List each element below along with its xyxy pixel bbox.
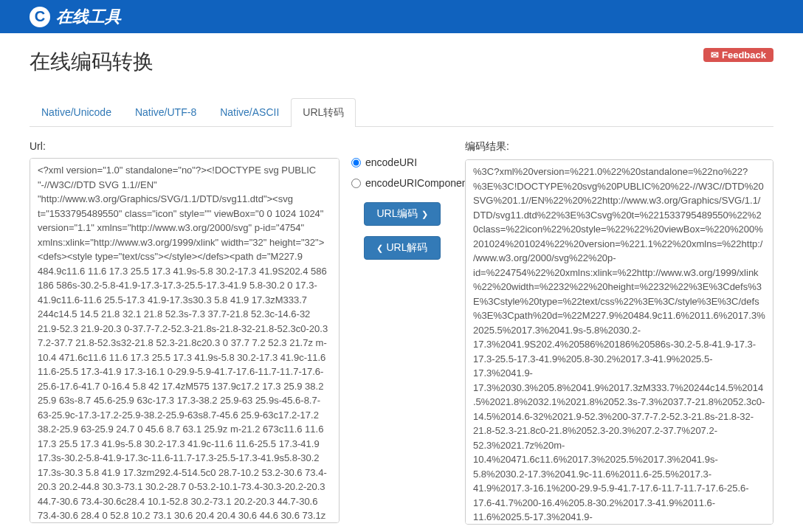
mail-icon: ✉	[711, 49, 719, 61]
tabs: Native/Unicode Native/UTF-8 Native/ASCII…	[30, 98, 773, 127]
tab-native-utf8[interactable]: Native/UTF-8	[123, 98, 208, 127]
encode-mode-group: encodeURI encodeURIComponent	[351, 156, 470, 189]
tab-native-unicode[interactable]: Native/Unicode	[30, 98, 123, 127]
radio-encodeuri-label: encodeURI	[365, 156, 417, 168]
logo-icon: C	[30, 7, 50, 27]
decode-button[interactable]: ❮ URL解码	[364, 236, 441, 260]
radio-encodeuricomponent[interactable]: encodeURIComponent	[351, 177, 470, 189]
feedback-button[interactable]: ✉ Feedback	[703, 48, 773, 62]
navbar-logo[interactable]: C 在线工具	[30, 6, 121, 28]
radio-encodeuricomponent-label: encodeURIComponent	[365, 177, 470, 189]
chevron-left-icon: ❮	[376, 243, 383, 253]
chevron-right-icon: ❯	[421, 210, 428, 219]
encode-button[interactable]: URL编码 ❯	[364, 202, 441, 226]
navbar: C 在线工具	[0, 0, 803, 33]
output-label: 编码结果:	[465, 140, 773, 153]
encode-button-label: URL编码	[376, 207, 418, 221]
feedback-label: Feedback	[722, 49, 766, 61]
input-label: Url:	[30, 140, 340, 152]
page-title: 在线编码转换	[30, 48, 773, 76]
tab-url-encode[interactable]: URL转码	[291, 98, 356, 127]
url-output[interactable]	[465, 159, 773, 525]
decode-button-label: URL解码	[386, 241, 427, 255]
radio-encodeuri[interactable]: encodeURI	[351, 156, 470, 168]
navbar-brand: 在线工具	[56, 6, 121, 28]
radio-encodeuricomponent-input[interactable]	[351, 179, 361, 188]
radio-encodeuri-input[interactable]	[351, 158, 361, 167]
tab-native-ascii[interactable]: Native/ASCII	[208, 98, 291, 127]
url-input[interactable]	[30, 158, 340, 523]
